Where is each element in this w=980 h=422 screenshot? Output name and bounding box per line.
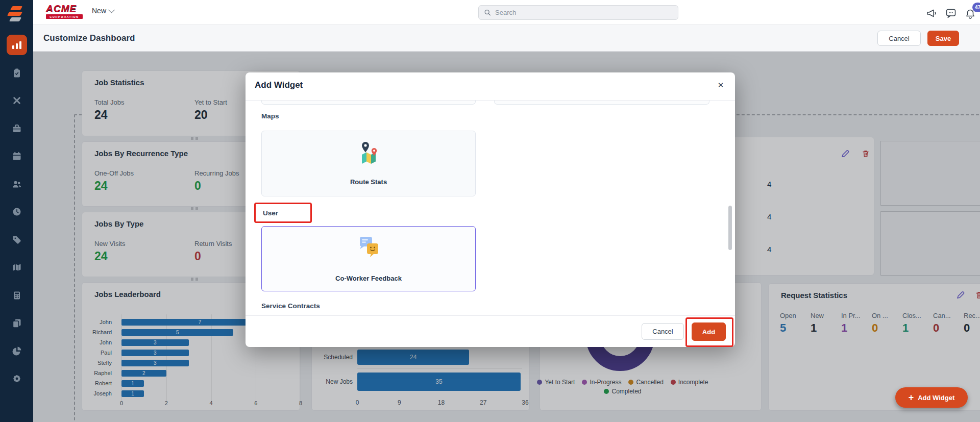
sidebar-item-documents[interactable]: [0, 312, 33, 334]
sidebar-item-tags[interactable]: [0, 229, 33, 251]
sidebar-item-reports[interactable]: [0, 340, 33, 362]
search-input[interactable]: [495, 9, 673, 16]
notification-badge: 47: [972, 3, 980, 12]
page-header: Customize Dashboard Cancel Save: [33, 25, 980, 52]
global-search: [478, 5, 678, 20]
scrolled-widget-card-partial: [261, 101, 476, 105]
sidebar-item-timesheets[interactable]: [0, 201, 33, 223]
chat-feedback-icon: [356, 235, 381, 261]
briefcase-icon: [12, 123, 22, 134]
company-name: ACME: [46, 4, 83, 14]
app-screen: ACME CORPORATION New 47 Customize Dashbo…: [0, 0, 980, 422]
new-dropdown[interactable]: New: [92, 7, 114, 15]
close-icon[interactable]: ✕: [715, 80, 726, 91]
new-dropdown-label: New: [92, 7, 106, 15]
divider: [246, 315, 735, 316]
calendar-icon: [12, 151, 22, 161]
widget-card-label: Route Stats: [262, 178, 475, 186]
section-label-maps: Maps: [261, 112, 279, 120]
sidebar-item-teams[interactable]: [0, 173, 33, 195]
sidebar-item-estimates[interactable]: [0, 284, 33, 307]
map-route-pins-icon: [357, 141, 380, 165]
page-title: Customize Dashboard: [43, 33, 135, 43]
clock-icon: [12, 207, 22, 217]
add-widget-modal: Add Widget ✕ Maps Route Stats User: [246, 72, 735, 347]
sidebar-item-maps[interactable]: [0, 256, 33, 279]
chat-icon[interactable]: [945, 7, 957, 19]
sidebar: [0, 0, 33, 422]
sidebar-item-settings[interactable]: [0, 367, 33, 390]
annotation-user-section-highlight: User: [254, 203, 312, 223]
copy-icon: [12, 318, 22, 328]
modal-cancel-button[interactable]: Cancel: [642, 323, 684, 340]
cancel-button[interactable]: Cancel: [877, 31, 921, 46]
modal-scrollbar-thumb[interactable]: [728, 206, 732, 250]
widget-card-coworker-feedback[interactable]: Co-Worker Feedback: [261, 226, 476, 291]
announcements-icon[interactable]: [925, 7, 938, 19]
scrolled-widget-card-partial: [494, 101, 709, 105]
bar-chart-icon: [12, 41, 21, 49]
clipboard-icon: [12, 68, 22, 78]
widget-card-route-stats[interactable]: Route Stats: [261, 131, 476, 196]
company-logo[interactable]: ACME CORPORATION: [46, 4, 83, 19]
add-widget-fab-label: Add Widget: [918, 394, 954, 402]
section-label-user: User: [263, 209, 278, 217]
modal-title: Add Widget: [255, 80, 303, 90]
tools-icon: [12, 95, 22, 106]
pie-chart-icon: [12, 346, 22, 356]
tag-icon: [12, 235, 22, 245]
gear-icon: [12, 374, 22, 384]
add-widget-fab[interactable]: + Add Widget: [895, 387, 968, 408]
chevron-down-icon: [108, 7, 115, 13]
sidebar-item-dashboard[interactable]: [7, 35, 27, 55]
annotation-add-button-highlight: [685, 317, 733, 347]
section-label-service-contracts: Service Contracts: [261, 302, 320, 310]
zuper-logo-icon[interactable]: [7, 5, 26, 23]
calculator-icon: [12, 290, 22, 301]
map-icon: [12, 262, 22, 272]
sidebar-item-tools[interactable]: [0, 89, 33, 112]
widget-card-label: Co-Worker Feedback: [262, 275, 475, 282]
users-icon: [12, 179, 22, 189]
save-button[interactable]: Save: [927, 31, 959, 46]
sidebar-item-services[interactable]: [0, 117, 33, 140]
search-icon: [484, 9, 491, 16]
sidebar-item-calendar[interactable]: [0, 145, 33, 167]
company-subtitle: CORPORATION: [46, 14, 83, 19]
topbar: ACME CORPORATION New 47: [33, 0, 980, 25]
plus-icon: +: [909, 393, 914, 402]
sidebar-item-jobs[interactable]: [0, 62, 33, 84]
